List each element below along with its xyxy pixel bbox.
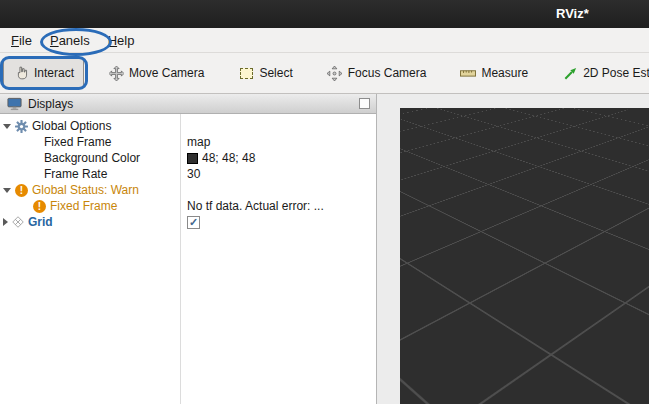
render-viewport[interactable] <box>400 108 649 404</box>
status-fixed-frame-value: No tf data. Actual error: ... <box>187 199 324 213</box>
pose-estimate-button[interactable]: 2D Pose Esti <box>552 58 649 88</box>
pose-estimate-label: 2D Pose Esti <box>583 66 649 80</box>
window-title: RViz* <box>556 6 589 21</box>
move-arrows-icon <box>108 65 124 81</box>
menu-help-mnemonic: H <box>108 33 117 48</box>
gear-icon <box>15 120 28 133</box>
collapse-arrow-icon[interactable] <box>3 124 11 129</box>
fixed-frame-label: Fixed Frame <box>44 135 111 149</box>
global-status-label: Global Status: Warn <box>32 183 139 197</box>
select-label: Select <box>259 66 292 80</box>
interact-button[interactable]: Interact <box>3 58 84 88</box>
menu-panels-mnemonic: P <box>50 33 59 48</box>
background-color-label: Background Color <box>44 151 140 165</box>
title-bar: RViz* <box>0 0 649 28</box>
status-fixed-frame-label: Fixed Frame <box>50 199 117 213</box>
interact-label: Interact <box>34 66 74 80</box>
menu-panels[interactable]: Panels <box>41 29 99 52</box>
collapse-arrow-icon[interactable] <box>3 188 11 193</box>
menu-file-mnemonic: F <box>11 33 19 48</box>
grid-label: Grid <box>28 215 53 229</box>
panel-float-button[interactable] <box>359 98 370 109</box>
move-camera-button[interactable]: Move Camera <box>98 58 214 88</box>
tree-row-status-fixed-frame[interactable]: Fixed Frame No tf data. Actual error: ..… <box>0 198 376 214</box>
column-separator[interactable] <box>180 114 181 404</box>
hand-cursor-icon <box>13 65 29 81</box>
menu-file-rest: ile <box>19 33 32 48</box>
background-color-value[interactable]: 48; 48; 48 <box>202 151 255 165</box>
grid-display-icon <box>12 216 24 228</box>
measure-label: Measure <box>481 66 528 80</box>
measure-button[interactable]: Measure <box>450 58 538 88</box>
monitor-icon <box>6 96 22 112</box>
displays-panel-title: Displays <box>28 97 73 111</box>
fixed-frame-value[interactable]: map <box>187 135 210 149</box>
frame-rate-value[interactable]: 30 <box>187 167 200 181</box>
select-button[interactable]: Select <box>228 58 302 88</box>
menu-file[interactable]: File <box>2 29 41 52</box>
tree-row-fixed-frame[interactable]: Fixed Frame map <box>0 134 376 150</box>
tree-row-grid[interactable]: Grid ✓ <box>0 214 376 230</box>
tree-row-global-status[interactable]: Global Status: Warn <box>0 182 376 198</box>
warning-icon <box>33 200 46 213</box>
global-options-label: Global Options <box>32 119 111 133</box>
displays-tree: Global Options Fixed Frame map Backgroun… <box>0 114 376 404</box>
green-arrow-icon <box>562 65 578 81</box>
color-swatch[interactable] <box>187 153 198 164</box>
focus-camera-label: Focus Camera <box>348 66 427 80</box>
displays-panel-header[interactable]: Displays <box>0 94 376 114</box>
menu-help-rest: elp <box>117 33 134 48</box>
menu-help[interactable]: Help <box>99 29 144 52</box>
expand-arrow-icon[interactable] <box>3 218 8 226</box>
focus-camera-button[interactable]: Focus Camera <box>317 58 437 88</box>
ground-grid <box>400 108 649 303</box>
displays-panel: Displays Global Options Fixed Frame map <box>0 94 377 404</box>
tree-row-frame-rate[interactable]: Frame Rate 30 <box>0 166 376 182</box>
toolbar: Interact Move Camera Select Focus Camera… <box>0 53 649 94</box>
menu-bar: File Panels Help <box>0 28 649 53</box>
focus-arrows-icon <box>327 65 343 81</box>
ruler-icon <box>460 65 476 81</box>
frame-rate-label: Frame Rate <box>44 167 107 181</box>
tree-row-global-options[interactable]: Global Options <box>0 118 376 134</box>
move-camera-label: Move Camera <box>129 66 204 80</box>
warning-icon <box>15 184 28 197</box>
menu-panels-rest: anels <box>59 33 90 48</box>
tree-row-background-color[interactable]: Background Color 48; 48; 48 <box>0 150 376 166</box>
grid-enabled-checkbox[interactable]: ✓ <box>187 216 200 229</box>
selection-box-icon <box>238 65 254 81</box>
